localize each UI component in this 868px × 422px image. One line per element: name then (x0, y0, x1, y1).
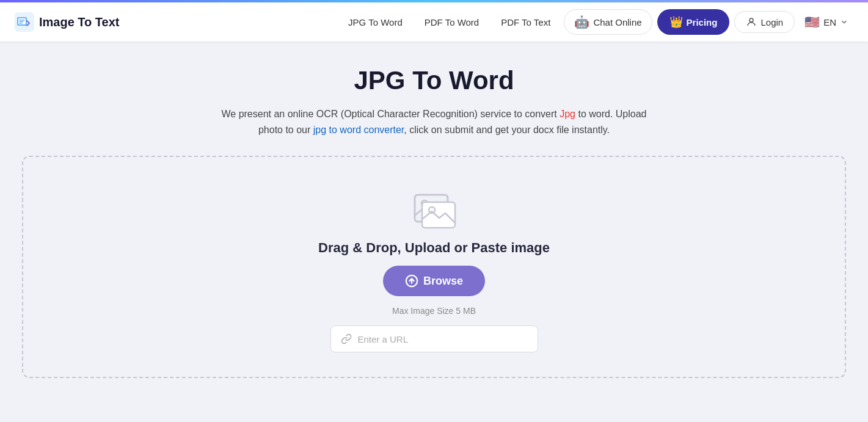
nav-jpg-to-word[interactable]: JPG To Word (340, 12, 411, 32)
logo-icon (15, 12, 34, 32)
upload-icon (405, 274, 418, 288)
url-input[interactable] (358, 334, 528, 344)
main-content: JPG To Word We present an online OCR (Op… (0, 42, 868, 390)
description-highlight1: Jpg (560, 109, 575, 119)
svg-point-3 (749, 18, 753, 22)
description-after: , click on submit and get your docx file… (404, 125, 610, 135)
upload-area: Drag & Drop, Upload or Paste image Brows… (22, 156, 846, 378)
login-label: Login (760, 17, 783, 27)
logo-link[interactable]: Image To Text (15, 12, 120, 32)
max-size-text: Max Image Size 5 MB (392, 306, 476, 316)
login-button[interactable]: Login (734, 11, 795, 33)
pricing-label: Pricing (687, 17, 718, 27)
browse-button[interactable]: Browse (383, 266, 485, 296)
flag-icon: 🇺🇸 (804, 15, 820, 29)
url-input-container (330, 326, 538, 352)
crown-icon: 👑 (669, 15, 683, 29)
drag-drop-text: Drag & Drop, Upload or Paste image (318, 240, 550, 256)
description-before: We present an online OCR (Optical Charac… (221, 109, 560, 119)
user-icon (746, 16, 757, 27)
pricing-button[interactable]: 👑 Pricing (657, 9, 730, 35)
nav-pdf-to-text[interactable]: PDF To Text (492, 12, 559, 32)
language-button[interactable]: 🇺🇸 EN (800, 10, 853, 34)
image-placeholder-icon (410, 187, 459, 230)
header-nav: JPG To Word PDF To Word PDF To Text 🤖 Ch… (340, 9, 853, 35)
nav-pdf-to-word[interactable]: PDF To Word (416, 12, 487, 32)
page-description: We present an online OCR (Optical Charac… (221, 106, 648, 137)
page-title: JPG To Word (12, 66, 856, 95)
header: Image To Text JPG To Word PDF To Word PD… (0, 2, 868, 42)
browse-label: Browse (423, 275, 463, 288)
chevron-down-icon (840, 18, 848, 26)
chat-icon: 🤖 (574, 15, 589, 29)
description-highlight2: jpg to word converter (313, 125, 404, 135)
logo-text: Image To Text (39, 15, 120, 29)
chat-online-label: Chat Online (593, 17, 641, 27)
chat-online-button[interactable]: 🤖 Chat Online (564, 9, 652, 35)
language-code: EN (823, 17, 836, 27)
link-icon (341, 333, 352, 344)
